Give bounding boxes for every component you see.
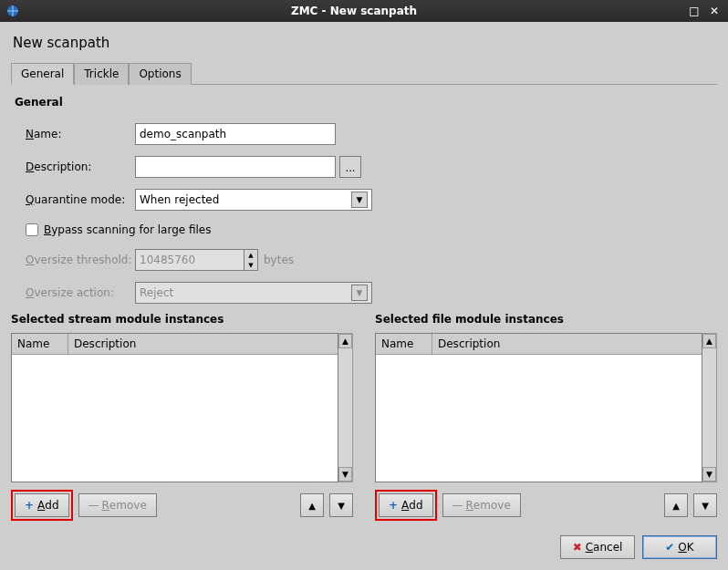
file-module-panel: Selected file module instances Name Desc… — [375, 313, 717, 521]
file-move-up-button[interactable]: ▲ — [664, 493, 688, 517]
scroll-down-icon[interactable]: ▼ — [338, 467, 352, 482]
stream-scrollbar[interactable]: ▲ ▼ — [338, 333, 353, 482]
stream-move-up-button[interactable]: ▲ — [300, 493, 324, 517]
oversize-threshold-input — [135, 249, 244, 271]
oversize-threshold-label: Oversize threshold: — [26, 254, 135, 266]
oversize-action-combo: Reject ▼ — [135, 282, 372, 304]
description-input[interactable] — [135, 156, 336, 178]
oversize-threshold-unit: bytes — [264, 254, 294, 266]
name-input[interactable] — [135, 123, 336, 145]
stream-col-name[interactable]: Name — [12, 334, 68, 354]
chevron-down-icon: ▼ — [351, 285, 368, 301]
window-title: ZMC - New scanpath — [26, 5, 682, 17]
close-window-button[interactable]: ✕ — [706, 3, 723, 19]
scroll-up-icon[interactable]: ▲ — [338, 334, 352, 348]
file-col-desc[interactable]: Description — [432, 334, 702, 354]
ok-icon: ✔ — [665, 541, 674, 554]
plus-icon: + — [25, 499, 34, 512]
row-bypass: Bypass scanning for large files — [26, 223, 717, 236]
bypass-label: Bypass scanning for large files — [44, 223, 211, 236]
tab-bar: General Trickle Options — [11, 62, 717, 85]
description-label: Description: — [26, 161, 135, 173]
file-col-name[interactable]: Name — [376, 334, 432, 354]
dialog-title: New scanpath — [13, 35, 717, 51]
file-table-wrap: Name Description ▲ ▼ — [375, 333, 717, 482]
description-browse-button[interactable]: ... — [339, 156, 361, 178]
stream-title: Selected stream module instances — [11, 313, 353, 326]
file-add-button[interactable]: +Add — [379, 493, 433, 517]
file-scrollbar[interactable]: ▲ ▼ — [702, 333, 717, 482]
row-quarantine-mode: Quarantine mode: When rejected ▼ — [26, 189, 717, 211]
file-add-highlight: +Add — [375, 490, 437, 521]
ok-button[interactable]: ✔OK — [642, 535, 717, 559]
stream-table-header: Name Description — [12, 334, 338, 355]
dialog-body: New scanpath General Trickle Options Gen… — [0, 22, 728, 570]
stream-table-body — [12, 355, 338, 482]
file-table-body — [376, 355, 702, 482]
quarantine-mode-value: When rejected — [140, 193, 219, 206]
titlebar: ZMC - New scanpath □ ✕ — [0, 0, 728, 22]
file-move-down-button[interactable]: ▼ — [693, 493, 717, 517]
row-description: Description: ... — [26, 156, 717, 178]
file-table-header: Name Description — [376, 334, 702, 355]
minus-icon: — — [88, 499, 99, 512]
file-table[interactable]: Name Description — [375, 333, 702, 482]
scroll-up-icon[interactable]: ▲ — [702, 334, 716, 348]
row-name: Name: — [26, 123, 717, 145]
stream-remove-button: —Remove — [78, 493, 157, 517]
cancel-icon: ✖ — [573, 541, 582, 554]
oversize-threshold-spinner: ▲ ▼ — [135, 249, 258, 271]
plus-icon: + — [389, 499, 398, 512]
modules-row: Selected stream module instances Name De… — [11, 313, 717, 521]
name-label: Name: — [26, 128, 135, 140]
stream-table[interactable]: Name Description — [11, 333, 338, 482]
oversize-action-value: Reject — [140, 286, 173, 299]
tab-options[interactable]: Options — [129, 63, 191, 85]
cancel-button[interactable]: ✖Cancel — [560, 535, 635, 559]
general-section-title: General — [15, 96, 717, 109]
stream-move-down-button[interactable]: ▼ — [329, 493, 353, 517]
bypass-checkbox[interactable] — [26, 223, 38, 236]
stream-col-desc[interactable]: Description — [68, 334, 338, 354]
stream-add-button[interactable]: +Add — [15, 493, 69, 517]
row-oversize-threshold: Oversize threshold: ▲ ▼ bytes — [26, 249, 717, 271]
stream-table-wrap: Name Description ▲ ▼ — [11, 333, 353, 482]
file-title: Selected file module instances — [375, 313, 717, 326]
dialog-footer: ✖Cancel ✔OK — [11, 532, 717, 559]
tab-general[interactable]: General — [11, 63, 74, 85]
row-oversize-action: Oversize action: Reject ▼ — [26, 282, 717, 304]
chevron-down-icon: ▼ — [351, 192, 368, 208]
spinner-up-icon: ▲ — [244, 250, 257, 260]
stream-buttons: +Add —Remove ▲ ▼ — [11, 490, 353, 521]
quarantine-mode-label: Quarantine mode: — [26, 193, 135, 206]
oversize-action-label: Oversize action: — [26, 286, 135, 299]
minus-icon: — — [452, 499, 463, 512]
stream-module-panel: Selected stream module instances Name De… — [11, 313, 353, 521]
app-icon — [5, 4, 20, 18]
spinner-buttons: ▲ ▼ — [244, 249, 258, 271]
spinner-down-icon: ▼ — [244, 260, 257, 270]
tab-trickle[interactable]: Trickle — [74, 63, 129, 85]
stream-add-highlight: +Add — [11, 490, 73, 521]
quarantine-mode-combo[interactable]: When rejected ▼ — [135, 189, 372, 211]
file-remove-button: —Remove — [442, 493, 521, 517]
maximize-button[interactable]: □ — [686, 3, 702, 19]
scroll-down-icon[interactable]: ▼ — [702, 467, 716, 482]
file-buttons: +Add —Remove ▲ ▼ — [375, 490, 717, 521]
